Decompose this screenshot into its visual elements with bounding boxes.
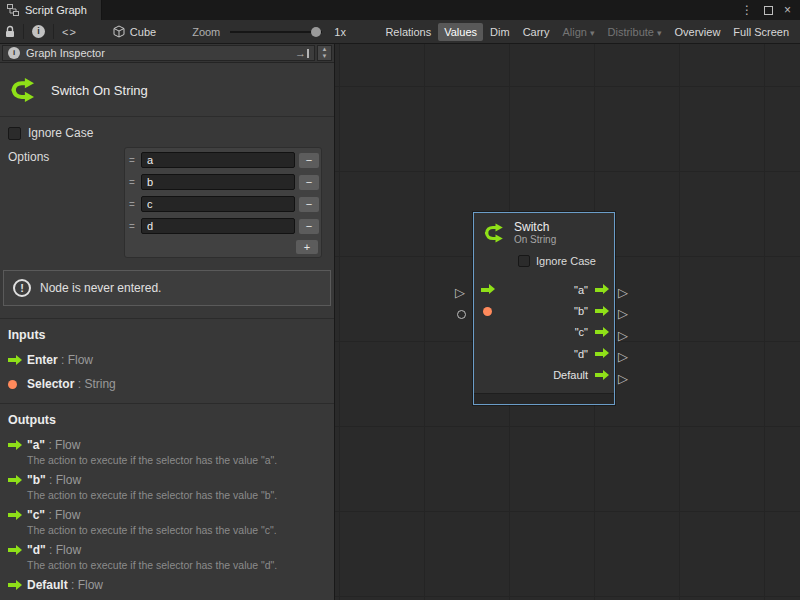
output-port-icon[interactable] xyxy=(595,348,609,359)
options-label: Options xyxy=(8,147,49,164)
cube-icon xyxy=(113,25,125,38)
switch-icon xyxy=(8,75,38,105)
option-input[interactable] xyxy=(141,152,295,168)
add-option-button[interactable]: + xyxy=(296,240,318,254)
carry-button[interactable]: Carry xyxy=(517,23,556,41)
scroll-widget[interactable]: ▲ ▼ xyxy=(317,45,332,61)
code-icon[interactable]: <> xyxy=(62,26,77,38)
port-separator: : xyxy=(68,578,78,592)
output-connector-triangle-icon[interactable]: ▷ xyxy=(618,329,628,342)
remove-option-button[interactable]: − xyxy=(299,197,319,212)
output-connector-triangle-icon[interactable]: ▷ xyxy=(618,372,628,385)
warning-box: ! Node is never entered. xyxy=(3,270,331,306)
node-subtitle: On String xyxy=(514,234,556,245)
relations-button[interactable]: Relations xyxy=(379,23,437,41)
kebab-menu-icon[interactable]: ⋮ xyxy=(741,3,753,17)
lock-icon[interactable] xyxy=(5,25,15,38)
output-connector-triangle-icon[interactable]: ▷ xyxy=(618,286,628,299)
zoom-slider-knob[interactable] xyxy=(311,27,321,37)
output-port-row: "b" : Flow xyxy=(8,473,326,487)
close-icon[interactable]: × xyxy=(784,3,791,17)
option-input[interactable] xyxy=(141,174,295,190)
drag-handle-icon[interactable]: = xyxy=(127,155,137,166)
remove-option-button[interactable]: − xyxy=(299,175,319,190)
output-port-row: "b" xyxy=(474,300,614,321)
output-connector-triangle-icon[interactable]: ▷ xyxy=(618,307,628,320)
output-port-icon[interactable] xyxy=(595,306,609,317)
remove-option-button[interactable]: − xyxy=(299,153,319,168)
port-name: "c" xyxy=(27,508,45,522)
port-type: Flow xyxy=(55,508,80,522)
flow-port-icon xyxy=(8,475,23,486)
target-label[interactable]: Cube xyxy=(130,26,156,38)
output-port-icon[interactable] xyxy=(595,327,609,338)
options-block: Options = − = − = − = xyxy=(8,147,322,258)
output-port-row: Default xyxy=(474,365,614,386)
output-port-row: "c" xyxy=(474,322,614,343)
align-button[interactable]: Align▾ xyxy=(557,23,601,41)
chevron-down-icon: ▾ xyxy=(590,28,595,38)
info-icon: i xyxy=(8,47,20,59)
ignore-case-row: Ignore Case xyxy=(8,126,326,140)
drag-handle-icon[interactable]: = xyxy=(127,199,137,210)
port-type: Flow xyxy=(55,438,80,452)
node-title: Switch xyxy=(514,221,556,234)
flow-port-icon xyxy=(8,355,23,366)
output-port-row: "a" : Flow xyxy=(8,438,326,452)
remove-option-button[interactable]: − xyxy=(299,219,319,234)
node-titles: Switch On String xyxy=(514,221,556,245)
output-port-icon[interactable] xyxy=(595,370,609,381)
port-type: Flow xyxy=(56,473,81,487)
dim-button[interactable]: Dim xyxy=(484,23,516,41)
unit-title-row: Switch On String xyxy=(0,63,334,117)
enter-connector-triangle-icon[interactable]: ▷ xyxy=(455,286,465,299)
dock-icon[interactable]: → xyxy=(295,47,309,59)
fullscreen-button[interactable]: Full Screen xyxy=(727,23,795,41)
distribute-button[interactable]: Distribute▾ xyxy=(602,23,668,41)
overview-button[interactable]: Overview xyxy=(669,23,727,41)
flow-port-icon xyxy=(8,545,23,556)
ignore-case-checkbox[interactable] xyxy=(8,127,21,140)
node-ignore-case-checkbox[interactable] xyxy=(518,255,530,267)
zoom-label: Zoom xyxy=(192,26,220,38)
window-controls: ⋮ × xyxy=(741,3,800,17)
port-type: Flow xyxy=(68,353,93,367)
inspector-header-box: i Graph Inspector → xyxy=(2,45,315,61)
port-separator: : xyxy=(74,377,84,391)
scroll-down-icon[interactable]: ▼ xyxy=(322,53,328,60)
values-button[interactable]: Values xyxy=(438,23,483,41)
warning-text: Node is never entered. xyxy=(40,281,161,295)
maximize-icon[interactable] xyxy=(764,6,773,15)
drag-handle-icon[interactable]: = xyxy=(127,177,137,188)
selector-port-icon[interactable] xyxy=(483,307,492,316)
port-description: The action to execute if the selector ha… xyxy=(27,524,326,536)
port-separator: : xyxy=(46,543,56,557)
node-header[interactable]: Switch On String xyxy=(474,213,614,251)
zoom-slider[interactable] xyxy=(230,31,322,33)
tab-script-graph[interactable]: Script Graph xyxy=(0,0,102,20)
node-ignore-case-row: Ignore Case xyxy=(518,255,614,267)
port-separator: : xyxy=(46,473,56,487)
option-input[interactable] xyxy=(141,196,295,212)
port-type: String xyxy=(84,377,115,391)
ignore-case-label: Ignore Case xyxy=(28,126,93,140)
input-port-row: Enter : Flow xyxy=(8,353,326,367)
drag-handle-icon[interactable]: = xyxy=(127,221,137,232)
port-name: Enter xyxy=(27,353,58,367)
scroll-up-icon[interactable]: ▲ xyxy=(322,46,328,53)
output-connector-triangle-icon[interactable]: ▷ xyxy=(618,350,628,363)
outputs-section: Outputs "a" : Flow The action to execute… xyxy=(0,403,334,592)
switch-on-string-node[interactable]: Switch On String Ignore Case "a" "b" xyxy=(473,212,615,405)
port-description: The action to execute if the selector ha… xyxy=(27,489,326,501)
chevron-down-icon: ▾ xyxy=(657,28,662,38)
enter-port-icon[interactable] xyxy=(481,284,496,295)
option-row: = − xyxy=(127,149,319,171)
info-icon[interactable]: i xyxy=(32,25,45,38)
options-list: = − = − = − = − xyxy=(124,147,322,258)
selector-connector-circle-icon[interactable] xyxy=(457,310,466,319)
graph-canvas[interactable]: ▷ ▷ ▷ ▷ ▷ ▷ Switch On String xyxy=(335,44,800,600)
option-input[interactable] xyxy=(141,218,295,234)
port-name: "a" xyxy=(27,438,45,452)
flow-port-icon xyxy=(8,580,23,591)
output-port-icon[interactable] xyxy=(595,284,609,295)
